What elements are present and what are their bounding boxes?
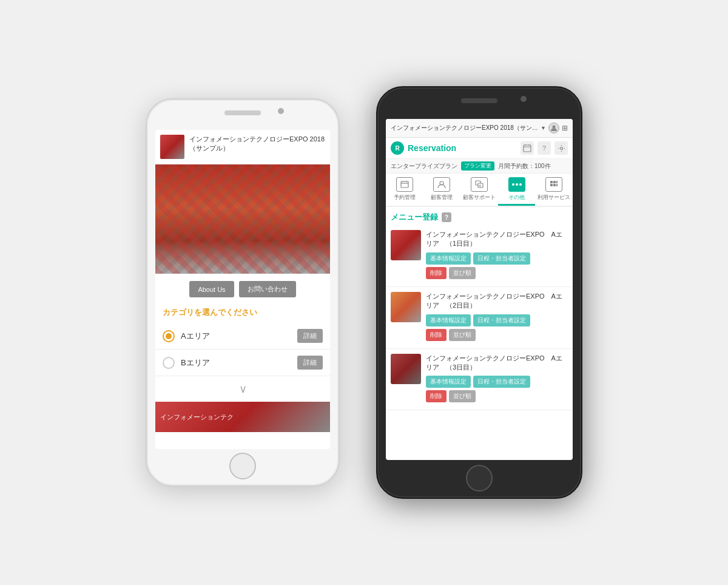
bp-order-btn-2[interactable]: 並び順 [449, 329, 476, 341]
radio-a-outer[interactable] [163, 330, 175, 342]
bp-nav-other[interactable]: その他 [498, 174, 536, 206]
bp-nav-yoyaku-label: 予約管理 [394, 194, 416, 201]
bp-menu-title-1: インフォメーションテクノロジーEXPO Aエリア （1日目） [426, 230, 568, 249]
camera-black [521, 96, 527, 102]
bp-topbar: インフォメーションテクノロジーEXPO 2018（サンブ...） ▼ ⊞ [386, 119, 573, 138]
svg-rect-17 [550, 184, 553, 186]
bp-help-badge[interactable]: ? [442, 212, 451, 222]
svg-rect-14 [550, 181, 553, 183]
bp-menu-row-3: インフォメーションテクノロジーEXPO Aエリア （3日目） 基本情報設定 日程… [391, 354, 568, 405]
bp-logo-circle: R [391, 141, 404, 155]
bp-basic-info-btn-2[interactable]: 基本情報設定 [426, 314, 471, 326]
bp-settings-icon[interactable] [554, 141, 568, 155]
svg-point-0 [553, 126, 556, 129]
bp-menu-info-1: インフォメーションテクノロジーEXPO Aエリア （1日目） 基本情報設定 日程… [426, 230, 568, 282]
radio-a-inner [166, 333, 172, 339]
bp-basic-info-btn-3[interactable]: 基本情報設定 [426, 376, 471, 388]
bp-delete-btn-1[interactable]: 削除 [426, 267, 447, 279]
bp-delete-btn-3[interactable]: 削除 [426, 390, 447, 402]
bp-nav-support[interactable]: A 顧客サポート [460, 174, 498, 206]
bp-menu-actions-2b: 削除 並び順 [426, 329, 568, 341]
bp-basic-info-btn-1[interactable]: 基本情報設定 [426, 252, 471, 265]
wp-footer-strip: インフォメーションテク [155, 402, 330, 432]
white-phone-screen: インフォメーションテクノロジーEXPO 2018（サンプル） About Us … [155, 130, 330, 449]
svg-rect-16 [556, 181, 558, 183]
bp-nav-yoyaku[interactable]: 予約管理 [386, 174, 423, 206]
bp-menu-actions-3b: 削除 並び順 [426, 390, 568, 402]
bp-calendar-icon[interactable] [521, 141, 534, 155]
bp-order-btn-1[interactable]: 並び順 [449, 267, 476, 279]
bp-menu-title-3: インフォメーションテクノロジーEXPO Aエリア （3日目） [426, 354, 568, 373]
svg-point-5 [560, 147, 562, 149]
bp-header: R Reservation ? [386, 138, 573, 159]
bp-user-avatar[interactable] [548, 123, 559, 134]
bp-grid-icon[interactable]: ⊞ [562, 124, 568, 132]
bp-nav-services-label: 利用サービス [538, 194, 570, 201]
bp-delete-btn-2[interactable]: 削除 [426, 329, 447, 341]
svg-text:A: A [479, 184, 481, 188]
svg-rect-18 [553, 184, 556, 186]
bp-schedule-btn-3[interactable]: 日程・担当者設定 [473, 376, 530, 388]
wp-footer-text: インフォメーションテク [160, 413, 234, 422]
bp-quota-label: 月間予約数：100件 [498, 162, 551, 171]
contact-button[interactable]: お問い合わせ [239, 281, 296, 297]
radio-b-label: Bエリア [181, 357, 291, 368]
bp-nav-services[interactable]: 利用サービス [535, 174, 573, 206]
bp-plan-bar: エンタープライズプラン プラン変更 月間予約数：100件 [386, 159, 573, 174]
wp-header: インフォメーションテクノロジーEXPO 2018（サンプル） [155, 130, 330, 164]
wp-header-title: インフォメーションテクノロジーEXPO 2018（サンプル） [189, 135, 325, 154]
detail-btn-b[interactable]: 詳細 [297, 356, 323, 370]
svg-rect-19 [556, 184, 558, 186]
bp-schedule-btn-2[interactable]: 日程・担当者設定 [473, 314, 530, 326]
wp-expo-image [155, 164, 330, 274]
wp-header-thumbnail [160, 135, 184, 159]
bp-yoyaku-icon [396, 177, 413, 192]
bp-help-icon[interactable]: ? [538, 141, 551, 155]
svg-rect-1 [524, 145, 531, 152]
bp-support-icon: A [471, 177, 488, 192]
bp-other-icon [508, 177, 525, 192]
bp-nav-kokyaku[interactable]: 顧客管理 [423, 174, 461, 206]
wp-expo-image-inner [155, 164, 330, 274]
bp-schedule-btn-1[interactable]: 日程・担当者設定 [473, 252, 530, 265]
bp-header-icons: ? [521, 141, 568, 155]
bp-nav-other-label: その他 [508, 194, 525, 201]
detail-btn-a[interactable]: 詳細 [297, 329, 323, 343]
wp-radio-row-a[interactable]: Aエリア 詳細 [155, 323, 330, 350]
white-phone: インフォメーションテクノロジーEXPO 2018（サンプル） About Us … [146, 98, 340, 487]
bp-menu-item-3: インフォメーションテクノロジーEXPO Aエリア （3日目） 基本情報設定 日程… [386, 349, 573, 411]
bp-nav: 予約管理 顧客管理 [386, 174, 573, 207]
black-phone-screen: インフォメーションテクノロジーEXPO 2018（サンブ...） ▼ ⊞ R R… [386, 119, 573, 460]
bp-nav-kokyaku-label: 顧客管理 [431, 194, 453, 201]
wp-chevron: ∨ [155, 376, 330, 402]
radio-a-label: Aエリア [181, 331, 291, 342]
bp-menu-actions-1: 基本情報設定 日程・担当者設定 [426, 252, 568, 265]
bp-menu-thumb-1 [391, 230, 421, 260]
wp-category-title: カテゴリを選んでください [155, 305, 330, 323]
bp-order-btn-3[interactable]: 並び順 [449, 390, 476, 402]
bp-dropdown-arrow[interactable]: ▼ [541, 125, 546, 131]
svg-rect-6 [401, 181, 408, 188]
bp-menu-thumb-3 [391, 354, 421, 384]
wp-radio-row-b[interactable]: Bエリア 詳細 [155, 350, 330, 376]
bp-topbar-title: インフォメーションテクノロジーEXPO 2018（サンブ...） [391, 124, 538, 132]
bp-services-icon [545, 177, 562, 192]
bp-menu-info-2: インフォメーションテクノロジーEXPO Aエリア （2日目） 基本情報設定 日程… [426, 292, 568, 343]
svg-rect-15 [553, 181, 556, 183]
home-button-white[interactable] [229, 453, 256, 479]
bp-menu-row-1: インフォメーションテクノロジーEXPO Aエリア （1日目） 基本情報設定 日程… [391, 230, 568, 282]
radio-b-outer[interactable] [163, 357, 175, 369]
scene: インフォメーションテクノロジーEXPO 2018（サンプル） About Us … [121, 62, 607, 523]
bp-kokyaku-icon [433, 177, 450, 192]
bp-change-plan-button[interactable]: プラン変更 [461, 161, 494, 171]
bp-menu-actions-2: 基本情報設定 日程・担当者設定 [426, 314, 568, 326]
bp-menu-thumb-2 [391, 292, 421, 322]
home-button-black[interactable] [466, 465, 493, 492]
bp-logo-area: R Reservation [391, 141, 456, 155]
bp-menu-actions-1b: 削除 並び順 [426, 267, 568, 279]
bp-menu-item-1: インフォメーションテクノロジーEXPO Aエリア （1日目） 基本情報設定 日程… [386, 225, 573, 287]
bp-menu-actions-3: 基本情報設定 日程・担当者設定 [426, 376, 568, 388]
bp-nav-support-label: 顧客サポート [463, 194, 496, 201]
wp-buttons: About Us お問い合わせ [155, 274, 330, 305]
about-us-button[interactable]: About Us [189, 281, 234, 297]
